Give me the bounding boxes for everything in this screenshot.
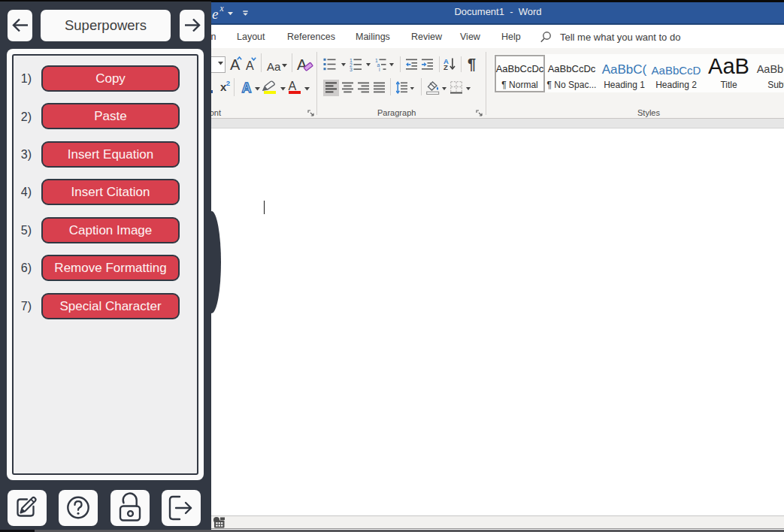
svg-text:i: i <box>379 67 380 71</box>
svg-text:3: 3 <box>350 67 353 71</box>
svg-text:A: A <box>242 81 252 93</box>
svg-text:Z: Z <box>443 63 448 71</box>
